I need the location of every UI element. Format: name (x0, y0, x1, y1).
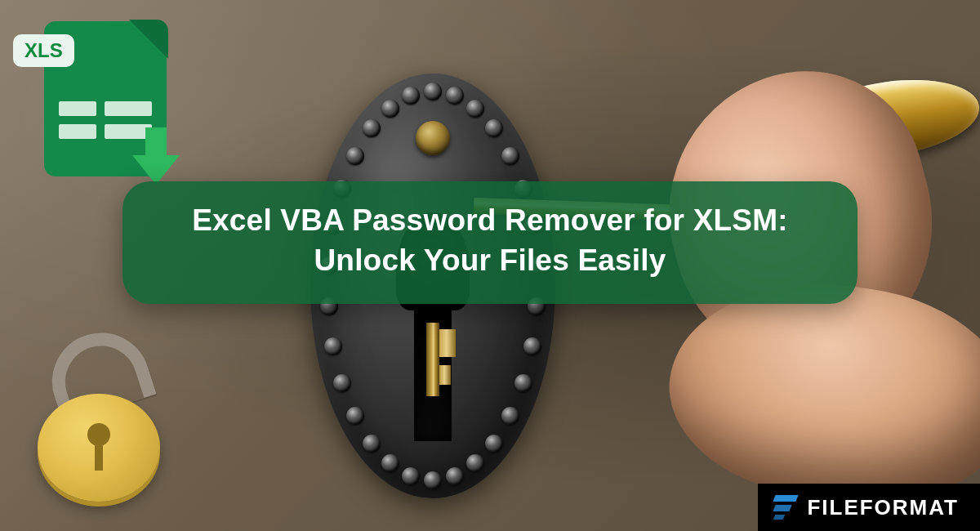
fileformat-logo: FILEFORMAT (758, 484, 980, 531)
headline-line2: Unlock Your Files Easily (314, 243, 666, 277)
rivet-bead (402, 467, 420, 485)
rivet-bead (424, 471, 442, 489)
headline-line1: Excel VBA Password Remover for XLSM: (192, 203, 788, 237)
rivet-bead (402, 87, 420, 105)
rivet-bead (346, 147, 364, 165)
lock-keyhole-icon (87, 423, 110, 472)
rivet-bead (346, 407, 364, 425)
rivet-bead (466, 454, 484, 472)
rivet-bead (363, 435, 381, 453)
key-bit (408, 323, 457, 396)
rivet-bead (446, 467, 464, 485)
rivet-bead (381, 100, 399, 118)
top-screw (416, 121, 450, 155)
fileformat-wordmark: FILEFORMAT (807, 495, 959, 520)
download-arrow-icon (132, 127, 180, 185)
hero-image: XLS Excel VBA Password Remover for XLSM:… (0, 0, 980, 531)
rivet-bead (381, 454, 399, 472)
rivet-bead (333, 374, 351, 392)
rivet-bead (363, 119, 381, 137)
rivet-bead (485, 119, 503, 137)
xls-badge: XLS (13, 34, 74, 67)
rivet-bead (424, 83, 442, 100)
rivet-bead (501, 407, 519, 425)
rivet-bead (485, 435, 503, 453)
headline-pill: Excel VBA Password Remover for XLSM: Unl… (122, 181, 858, 304)
rivet-bead (324, 337, 342, 355)
rivet-bead (501, 147, 519, 165)
fileformat-mark-icon (774, 495, 797, 520)
rivet-bead (446, 87, 464, 105)
rivet-bead (466, 100, 484, 118)
xls-file-icon: XLS (24, 15, 188, 194)
rivet-bead (514, 374, 532, 392)
padlock-icon (33, 335, 172, 498)
rivet-bead (523, 337, 541, 355)
lock-body (38, 394, 160, 502)
